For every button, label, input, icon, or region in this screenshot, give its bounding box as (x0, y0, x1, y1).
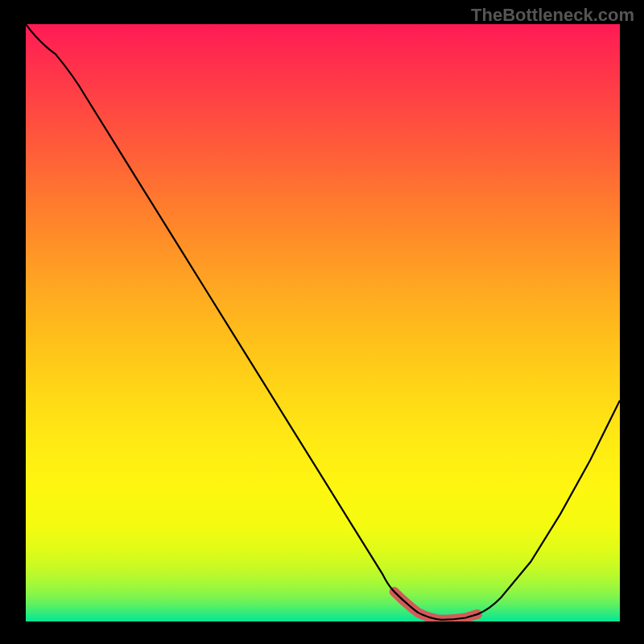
optimal-range-highlight (394, 592, 477, 620)
watermark-label: TheBottleneck.com (471, 5, 634, 26)
plot-area (26, 24, 620, 621)
chart-svg (26, 24, 620, 621)
chart-frame: TheBottleneck.com (0, 0, 644, 644)
bottleneck-curve-path (26, 24, 620, 620)
